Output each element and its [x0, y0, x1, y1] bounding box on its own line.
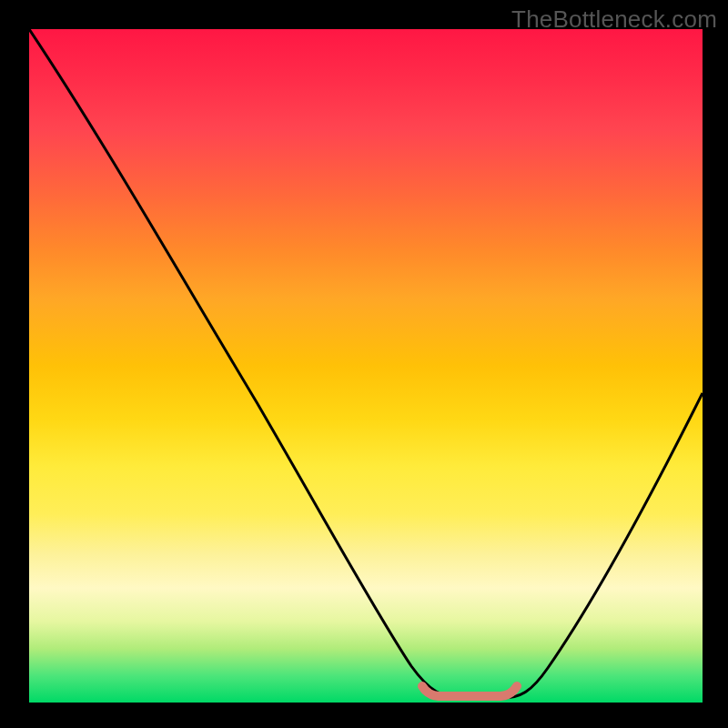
watermark-text: TheBottleneck.com	[511, 5, 717, 34]
plot-area	[29, 29, 703, 703]
bottleneck-curve	[29, 29, 703, 698]
chart-svg	[29, 29, 703, 703]
